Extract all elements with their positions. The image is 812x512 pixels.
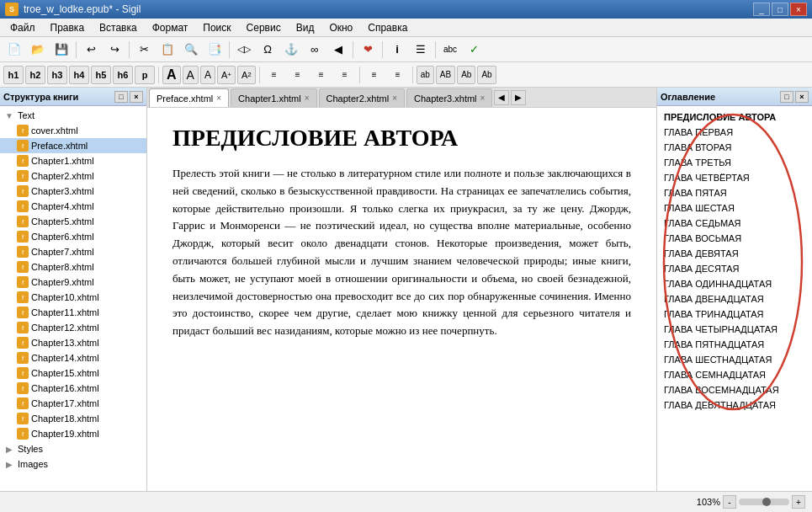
tree-item[interactable]: ▶Images	[0, 456, 146, 472]
zoom-thumb[interactable]	[762, 498, 771, 506]
font-size-super[interactable]: A2	[237, 66, 256, 84]
check-button[interactable]: ✓	[463, 40, 485, 60]
menu-item-формат[interactable]: Формат	[146, 19, 195, 36]
tab[interactable]: Chapter1.xhtml×	[231, 88, 316, 107]
tree-item[interactable]: ▶Styles	[0, 441, 146, 456]
menu-item-вставка[interactable]: Вставка	[93, 19, 144, 36]
cut-button[interactable]: ✂	[133, 40, 155, 60]
align-left[interactable]: ≡	[263, 65, 285, 85]
zoom-in-button[interactable]: +	[792, 495, 805, 509]
list-button[interactable]: ☰	[410, 40, 432, 60]
toc-item[interactable]: ГЛАВА ВОСЕМНАДЦАТАЯ	[657, 382, 812, 397]
toc-item[interactable]: ГЛАВА ПЯТАЯ	[657, 185, 812, 200]
tree-item[interactable]: fChapter15.xhtml	[0, 365, 146, 381]
menu-item-поиск[interactable]: Поиск	[196, 19, 237, 36]
tree-item[interactable]: ▼Text	[0, 108, 146, 123]
tree-item[interactable]: fChapter11.xhtml	[0, 305, 146, 320]
tree-item[interactable]: fChapter13.xhtml	[0, 335, 146, 350]
tree-item[interactable]: fChapter12.xhtml	[0, 320, 146, 335]
tree-item[interactable]: fChapter14.xhtml	[0, 350, 146, 365]
titlebar-controls[interactable]: _ □ ×	[753, 3, 807, 16]
bullet-list[interactable]: ≡	[364, 65, 385, 85]
redo-button[interactable]: ↪	[103, 40, 125, 60]
menu-item-сервис[interactable]: Сервис	[240, 19, 288, 36]
heart-button[interactable]: ❤	[357, 40, 379, 60]
tab-scroll-right[interactable]: ▶	[511, 90, 526, 105]
align-center[interactable]: ≡	[287, 65, 309, 85]
find-button[interactable]: 🔍	[180, 40, 202, 60]
h3-button[interactable]: h3	[47, 66, 67, 84]
link-button[interactable]: ∞	[304, 40, 326, 60]
toc-item[interactable]: ГЛАВА ПЕРВАЯ	[657, 125, 812, 140]
panel-close-button[interactable]: ×	[130, 91, 143, 103]
info-button[interactable]: i	[386, 40, 408, 60]
anchor-button[interactable]: ⚓	[280, 40, 302, 60]
tree-item[interactable]: fChapter9.xhtml	[0, 275, 146, 290]
zoom-out-button[interactable]: -	[723, 495, 736, 509]
save-button[interactable]: 💾	[50, 40, 72, 60]
tree-item[interactable]: fChapter16.xhtml	[0, 381, 146, 396]
tree-item[interactable]: fChapter19.xhtml	[0, 426, 146, 441]
toc-item[interactable]: ГЛАВА ТРИНАДЦАТАЯ	[657, 307, 812, 322]
menu-item-файл[interactable]: Файл	[3, 19, 42, 36]
toc-item[interactable]: ГЛАВА ВТОРАЯ	[657, 140, 812, 155]
h4-button[interactable]: h4	[69, 66, 89, 84]
back-button[interactable]: ◀	[327, 40, 349, 60]
close-button[interactable]: ×	[790, 3, 807, 16]
tab[interactable]: Chapter3.xhtml×	[406, 88, 492, 107]
menu-item-справка[interactable]: Справка	[361, 19, 414, 36]
undo-button[interactable]: ↩	[80, 40, 102, 60]
font-size-large[interactable]: A	[162, 66, 181, 84]
toc-item[interactable]: ГЛАВА ЧЕТВЁРТАЯ	[657, 170, 812, 185]
tree-item[interactable]: fChapter10.xhtml	[0, 290, 146, 305]
font-size-small[interactable]: A+	[217, 66, 236, 84]
menu-item-вид[interactable]: Вид	[289, 19, 321, 36]
number-list[interactable]: ≡	[387, 65, 409, 85]
toc-item[interactable]: ГЛАВА ДВЕНАДЦАТАЯ	[657, 291, 812, 307]
new-button[interactable]: 📄	[3, 40, 25, 60]
minimize-button[interactable]: _	[753, 3, 770, 16]
h2-button[interactable]: h2	[25, 66, 45, 84]
editor-body[interactable]: Прелесть этой книги — не столько в литер…	[172, 165, 631, 340]
toc-item[interactable]: ГЛАВА ДЕВЯТНАДЦАТАЯ	[657, 397, 812, 413]
case-lower[interactable]: ab	[417, 66, 434, 84]
case-title1[interactable]: Ab	[457, 66, 475, 84]
tab-close-button[interactable]: ×	[305, 93, 310, 103]
toc-item[interactable]: ГЛАВА ДЕСЯТАЯ	[657, 261, 812, 276]
tab-close-button[interactable]: ×	[480, 93, 486, 103]
font-size-normal[interactable]: A	[200, 66, 215, 84]
toc-item[interactable]: ГЛАВА ОДИННАДЦАТАЯ	[657, 276, 812, 291]
toc-item[interactable]: ГЛАВА ВОСЬМАЯ	[657, 231, 812, 246]
tree-item[interactable]: fChapter1.xhtml	[0, 153, 146, 168]
toc-item[interactable]: ГЛАВА ШЕСТНАДЦАТАЯ	[657, 352, 812, 367]
spellcheck-button[interactable]: abc	[439, 40, 461, 60]
tree-item[interactable]: fChapter17.xhtml	[0, 396, 146, 411]
zoom-slider[interactable]	[739, 499, 789, 505]
tab-close-button[interactable]: ×	[392, 93, 397, 103]
toc-item[interactable]: ГЛАВА СЕДЬМАЯ	[657, 216, 812, 231]
open-button[interactable]: 📂	[27, 40, 49, 60]
tab-close-button[interactable]: ×	[216, 93, 221, 103]
tree-item[interactable]: fChapter4.xhtml	[0, 199, 146, 214]
menu-item-правка[interactable]: Правка	[44, 19, 92, 36]
copy-button[interactable]: 📑	[204, 40, 226, 60]
tree-item[interactable]: fChapter2.xhtml	[0, 168, 146, 184]
maximize-button[interactable]: □	[772, 3, 788, 16]
tree-item[interactable]: fChapter18.xhtml	[0, 411, 146, 426]
tab-scroll-left[interactable]: ◀	[494, 90, 509, 105]
toc-item[interactable]: ГЛАВА ТРЕТЬЯ	[657, 155, 812, 170]
tree-item[interactable]: fPreface.xhtml	[0, 138, 146, 153]
tree-item[interactable]: fChapter3.xhtml	[0, 184, 146, 199]
tree-item[interactable]: fChapter8.xhtml	[0, 259, 146, 275]
h5-button[interactable]: h5	[91, 66, 111, 84]
case-title2[interactable]: Ab	[477, 66, 496, 84]
editor-area[interactable]: ПРЕДИСЛОВИЕ АВТОРА Прелесть этой книги —…	[147, 108, 656, 491]
code-button[interactable]: ◁▷	[233, 40, 255, 60]
toc-panel-lock-button[interactable]: □	[780, 91, 793, 103]
font-size-medium[interactable]: A	[183, 66, 199, 84]
h6-button[interactable]: h6	[113, 66, 133, 84]
toc-item[interactable]: ГЛАВА СЕМНАДЦАТАЯ	[657, 367, 812, 382]
toc-item[interactable]: ГЛАВА ШЕСТАЯ	[657, 200, 812, 216]
toc-item[interactable]: ГЛАВА ДЕВЯТАЯ	[657, 246, 812, 261]
tree-item[interactable]: fChapter5.xhtml	[0, 214, 146, 229]
